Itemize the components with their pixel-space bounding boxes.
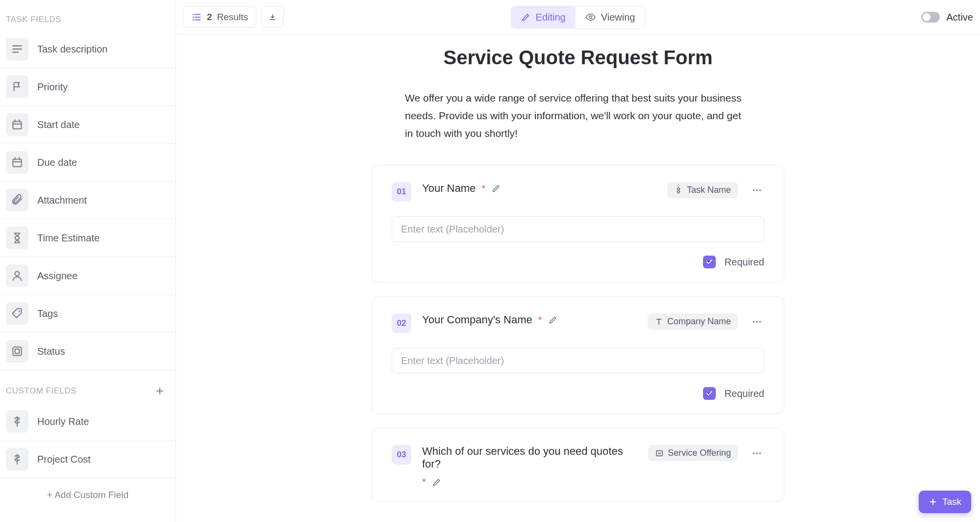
field-label: Hourly Rate (37, 416, 89, 427)
tag-icon-wrap (6, 302, 28, 325)
required-label: Required (725, 257, 764, 268)
field-item-user[interactable]: Assignee (0, 257, 176, 295)
question-title[interactable]: Your Company's Name (422, 313, 532, 326)
field-item-calendar[interactable]: Start date (0, 106, 176, 144)
status-icon-wrap (6, 340, 28, 363)
calendar-icon (11, 118, 24, 131)
question-title[interactable]: Which of our services do you need quotes… (422, 445, 637, 470)
field-label: Start date (37, 119, 80, 130)
paperclip-icon-wrap (6, 189, 28, 211)
mode-viewing[interactable]: Viewing (576, 6, 645, 28)
edit-question-button[interactable] (491, 183, 501, 193)
plus-icon (929, 497, 937, 506)
field-label: Attachment (37, 195, 87, 206)
add-custom-field-button[interactable]: + Add Custom Field (0, 478, 176, 512)
required-label: Required (725, 388, 764, 399)
required-checkbox[interactable] (703, 256, 716, 268)
calendar-icon-wrap (6, 113, 28, 136)
active-switch[interactable] (921, 12, 940, 23)
question-number: 02 (392, 313, 411, 333)
field-label: Status (37, 346, 65, 357)
field-mapping-tag[interactable]: Task Name (667, 182, 738, 198)
field-item-paperclip[interactable]: Attachment (0, 182, 176, 219)
field-mapping-tag[interactable]: Service Offering (648, 445, 738, 461)
user-icon-wrap (6, 264, 28, 287)
money-icon (11, 453, 24, 466)
field-label: Task description (37, 44, 107, 55)
mode-editing[interactable]: Editing (511, 6, 576, 28)
dots-icon (752, 316, 762, 327)
field-item-flag[interactable]: Priority (0, 68, 176, 106)
new-task-button[interactable]: Task (919, 491, 971, 513)
required-star: * (538, 314, 542, 326)
edit-question-button[interactable] (432, 477, 442, 487)
mode-toggle: Editing Viewing (511, 6, 646, 28)
field-label: Time Estimate (37, 233, 100, 244)
question-card[interactable]: 01Your Name*Task NameRequired (372, 165, 784, 283)
flag-icon-wrap (6, 76, 28, 98)
hourglass-icon (11, 232, 24, 244)
required-star: * (422, 476, 426, 488)
required-star: * (481, 183, 485, 194)
field-label: Due date (37, 157, 77, 168)
calendar-icon (11, 156, 24, 169)
question-card[interactable]: 03Which of our services do you need quot… (372, 428, 784, 502)
edit-question-button[interactable] (548, 315, 558, 325)
download-button[interactable] (261, 6, 284, 28)
taskname-icon (674, 186, 683, 195)
required-checkbox[interactable] (703, 387, 716, 400)
custom-fields-list: Hourly RateProject Cost (0, 403, 176, 478)
question-menu-button[interactable] (750, 314, 764, 329)
field-item-money[interactable]: Hourly Rate (0, 403, 176, 441)
field-label: Priority (37, 81, 68, 93)
task-fields-list: Task descriptionPriorityStart dateDue da… (0, 30, 176, 370)
field-item-desc[interactable]: Task description (0, 30, 176, 68)
money-icon-wrap (6, 410, 28, 433)
field-item-calendar[interactable]: Due date (0, 144, 176, 182)
plus-icon (155, 386, 165, 396)
pencil-sm-icon (432, 477, 442, 487)
flag-icon (11, 80, 24, 93)
money-icon-wrap (6, 448, 28, 470)
money-icon (11, 415, 24, 428)
custom-fields-heading-row: CUSTOM FIELDS (0, 385, 176, 403)
field-item-status[interactable]: Status (0, 333, 176, 370)
form-description[interactable]: We offer you a wide range of service off… (405, 89, 751, 142)
form-title[interactable]: Service Quote Request Form (176, 47, 980, 69)
field-label: Assignee (37, 270, 77, 282)
status-icon (11, 345, 24, 358)
desc-icon-wrap (6, 38, 28, 60)
main: 2 Results Editing Viewing (176, 0, 980, 522)
eye-icon (585, 12, 596, 23)
pencil-sm-icon (548, 315, 558, 325)
calendar-icon-wrap (6, 151, 28, 174)
desc-icon (11, 43, 24, 55)
check-icon (705, 390, 713, 397)
list-icon (191, 12, 202, 23)
field-item-tag[interactable]: Tags (0, 295, 176, 333)
add-custom-field-plus-button[interactable] (154, 385, 166, 397)
question-title[interactable]: Your Name (422, 182, 476, 195)
question-menu-button[interactable] (750, 183, 764, 198)
question-menu-button[interactable] (750, 446, 764, 461)
field-label: Project Cost (37, 454, 91, 465)
results-count: 2 (207, 12, 212, 23)
question-card[interactable]: 02Your Company's Name*Company NameRequir… (372, 296, 784, 414)
custom-fields-heading: CUSTOM FIELDS (6, 386, 76, 396)
dots-icon (752, 448, 762, 459)
active-label: Active (947, 12, 973, 23)
user-icon (11, 269, 24, 282)
results-button[interactable]: 2 Results (183, 6, 256, 28)
download-icon (269, 12, 276, 22)
field-item-money[interactable]: Project Cost (0, 441, 176, 478)
dots-icon (752, 185, 762, 196)
field-mapping-tag[interactable]: Company Name (648, 313, 738, 330)
question-placeholder-input[interactable] (392, 216, 764, 242)
field-item-hourglass[interactable]: Time Estimate (0, 219, 176, 257)
pencil-icon (521, 12, 531, 22)
question-placeholder-input[interactable] (392, 348, 764, 373)
pencil-sm-icon (491, 183, 501, 193)
sidebar: TASK FIELDS Task descriptionPriorityStar… (0, 0, 176, 522)
dropdown-icon (655, 449, 664, 458)
svg-point-0 (589, 16, 592, 19)
